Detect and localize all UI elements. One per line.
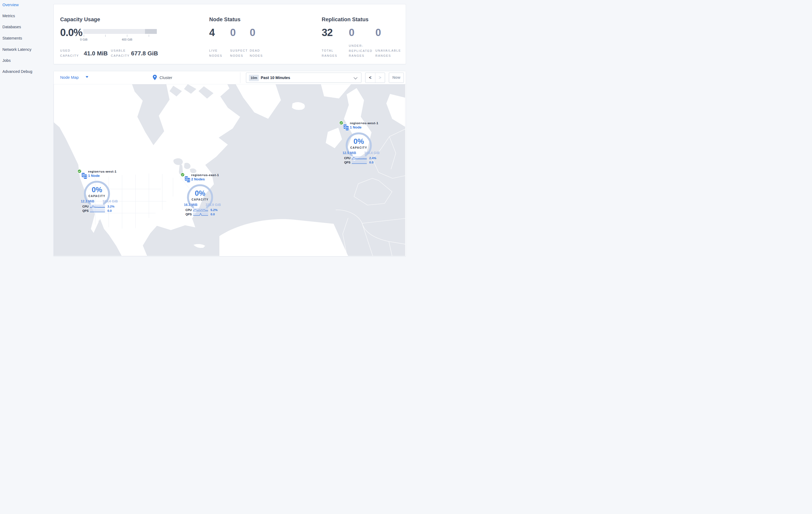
used-capacity-value: 41.0 MiB [84, 50, 108, 57]
sidebar-item-databases[interactable]: Databases [2, 25, 21, 29]
gauge-used-value: 12.2 MiB [77, 199, 98, 203]
gauge-usable-value: 169.4 GiB [360, 151, 383, 155]
used-capacity-label: USED CAPACITY [60, 48, 81, 58]
chevron-down-icon [86, 76, 88, 78]
gauge-percent: 0% [186, 189, 213, 197]
map-pin-icon [153, 75, 157, 80]
toolbar-divider [240, 72, 240, 83]
node-status-title: Node Status [209, 17, 240, 23]
total-ranges-label: TOTAL RANGES [322, 48, 341, 58]
sidebar-item-metrics[interactable]: Metrics [2, 14, 15, 18]
database-stack-icon [343, 124, 350, 131]
capacity-tick [84, 35, 84, 37]
cpu-sparkline [352, 156, 367, 160]
sidebar-item-network-latency[interactable]: Network Latency [2, 47, 31, 52]
qps-value: 0.0 [210, 213, 215, 216]
region-nodes-link[interactable]: 2 Nodes [191, 177, 205, 181]
region-nodes-link[interactable]: 1 Node [88, 174, 99, 178]
breadcrumb-label: Cluster [160, 75, 172, 80]
region-card-us-west-1: region=us-west-1 1 Node 0% CAPACITY 12.2… [77, 169, 118, 214]
chevron-down-icon [354, 76, 357, 79]
sidebar-item-overview[interactable]: Overview [2, 3, 19, 7]
capacity-tick-label-0: 0 GiB [80, 38, 88, 41]
database-stack-icon [184, 175, 191, 183]
gauge-capacity-label: CAPACITY [84, 195, 110, 197]
capacity-tick [149, 35, 149, 37]
qps-label: QPS [339, 161, 350, 164]
qps-label: QPS [77, 209, 89, 212]
capacity-tick [105, 35, 106, 37]
region-title: region=us-east-1 [191, 173, 219, 177]
sidebar-item-advanced-debug[interactable]: Advanced Debug [2, 70, 32, 74]
cpu-sparkline [90, 205, 105, 208]
dead-nodes-label: DEAD NODES [250, 48, 268, 58]
live-nodes-value: 4 [209, 27, 214, 38]
replication-status-title: Replication Status [322, 17, 369, 23]
unavailable-ranges-value: 0 [375, 27, 381, 38]
gauge-used-value: 12.5 MiB [339, 151, 360, 155]
cpu-sparkline [193, 208, 208, 212]
under-replicated-ranges-value: 0 [349, 27, 354, 38]
region-card-us-east-1: region=us-east-1 2 Nodes 0% CAPACITY 16.… [180, 172, 221, 218]
qps-sparkline [193, 212, 208, 216]
gauge-usable-value: 169.4 GiB [99, 199, 121, 203]
breadcrumb-cluster[interactable]: Cluster [153, 75, 172, 80]
view-selector-node-map[interactable]: Node Map [60, 75, 88, 80]
gauge-percent: 0% [84, 186, 110, 194]
capacity-bar-unusable-segment [145, 29, 157, 34]
time-range-badge: 10m [249, 75, 259, 81]
suspect-nodes-label: SUSPECT NODES [230, 48, 252, 58]
node-map: region=us-west-1 1 Node 0% CAPACITY 12.2… [54, 84, 405, 256]
sidebar-item-jobs[interactable]: Jobs [2, 58, 11, 63]
sidebar: Overview Metrics Databases Statements Ne… [0, 0, 53, 257]
gauge-usable-value: 338.9 GiB [202, 203, 225, 207]
region-card-eu-west-1: region=eu-west-1 1 Node 0% CAPACITY 12.5… [339, 121, 380, 166]
cluster-summary-card: Capacity Usage 0.0% 0 GiB 400 GiB USED C… [53, 4, 406, 64]
cpu-value: 2.4% [369, 157, 376, 160]
gauge-percent: 0% [345, 137, 372, 146]
region-title: region=eu-west-1 [350, 121, 378, 125]
view-selector-label: Node Map [60, 75, 79, 80]
qps-sparkline [352, 161, 367, 164]
suspect-nodes-value: 0 [230, 27, 235, 38]
time-nav-arrows: < > [365, 73, 385, 83]
cpu-value: 3.2% [108, 205, 114, 208]
usable-capacity-label: USABLE CAPACITY [111, 48, 134, 58]
unavailable-ranges-label: UNAVAILABLE RANGES [375, 48, 403, 58]
qps-value: 0.0 [108, 209, 112, 212]
capacity-tick-label-400: 400 GiB [122, 38, 133, 41]
map-toolbar: Node Map Cluster 10m Past 10 Minutes < >… [54, 71, 406, 84]
capacity-bar [83, 29, 157, 34]
time-prev-button[interactable]: < [366, 73, 375, 83]
time-range-dropdown[interactable]: 10m Past 10 Minutes [246, 73, 361, 83]
region-title: region=us-west-1 [88, 170, 117, 173]
gauge-used-value: 16.3 MiB [180, 203, 201, 207]
cpu-label: CPU [180, 208, 192, 212]
qps-value: 0.0 [369, 161, 374, 164]
under-replicated-ranges-label: UNDER-REPLICATED RANGES [349, 43, 376, 58]
usable-capacity-value: 677.8 GiB [131, 50, 158, 57]
region-nodes-link[interactable]: 1 Node [350, 125, 361, 129]
live-nodes-label: LIVE NODES [209, 48, 228, 58]
gauge-capacity-label: CAPACITY [345, 146, 372, 149]
node-map-card: Node Map Cluster 10m Past 10 Minutes < >… [53, 71, 406, 256]
qps-label: QPS [180, 213, 192, 216]
dead-nodes-value: 0 [250, 27, 255, 38]
qps-sparkline [90, 209, 105, 212]
time-range-label: Past 10 Minutes [261, 73, 290, 83]
gauge-capacity-label: CAPACITY [186, 198, 213, 201]
cpu-value: 5.2% [210, 208, 218, 212]
cpu-label: CPU [339, 157, 350, 160]
cpu-label: CPU [77, 205, 89, 208]
time-next-button[interactable]: > [375, 73, 385, 83]
database-stack-icon [81, 172, 88, 180]
total-ranges-value: 32 [322, 27, 332, 38]
capacity-percent: 0.0% [60, 27, 82, 38]
sidebar-item-statements[interactable]: Statements [2, 36, 22, 40]
time-now-button[interactable]: Now [389, 73, 404, 83]
capacity-usage-title: Capacity Usage [60, 17, 100, 23]
